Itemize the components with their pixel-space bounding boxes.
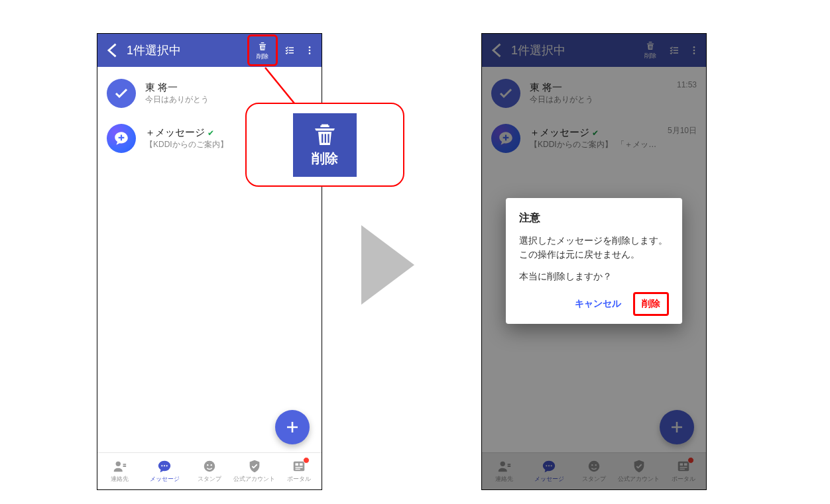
callout-bubble: 削除 bbox=[245, 103, 404, 187]
stamps-icon bbox=[202, 459, 217, 474]
svg-rect-16 bbox=[296, 467, 303, 468]
nav-messages[interactable]: メッセージ bbox=[143, 453, 188, 489]
dialog-actions: キャンセル 削除 bbox=[519, 292, 669, 316]
chat-plus-icon bbox=[113, 130, 130, 147]
plus-message-avatar bbox=[107, 124, 136, 153]
callout-label: 削除 bbox=[312, 150, 338, 168]
notification-dot bbox=[303, 457, 310, 464]
nav-label: メッセージ bbox=[150, 475, 180, 483]
svg-rect-1 bbox=[263, 46, 263, 50]
dialog-body: 選択したメッセージを削除します。この操作は元に戻せません。 本当に削除しますか？ bbox=[519, 234, 669, 284]
svg-rect-19 bbox=[320, 125, 329, 127]
more-button[interactable] bbox=[303, 37, 316, 64]
compose-fab[interactable] bbox=[275, 410, 310, 444]
trash-icon bbox=[310, 122, 339, 148]
more-vert-icon bbox=[304, 45, 316, 56]
dialog-title: 注意 bbox=[519, 211, 669, 225]
contacts-icon bbox=[113, 459, 127, 474]
nav-stamps[interactable]: スタンプ bbox=[187, 453, 232, 489]
svg-point-10 bbox=[204, 461, 215, 472]
svg-point-6 bbox=[115, 462, 120, 466]
confirm-delete-dialog: 注意 選択したメッセージを削除します。この操作は元に戻せません。 本当に削除しま… bbox=[506, 198, 682, 324]
svg-rect-20 bbox=[322, 134, 323, 142]
nav-label: 公式アカウント bbox=[233, 475, 275, 483]
nav-label: 連絡先 bbox=[111, 475, 129, 483]
svg-rect-17 bbox=[296, 469, 300, 470]
dialog-delete-highlight: 削除 bbox=[633, 292, 669, 316]
mark-read-button[interactable] bbox=[279, 37, 300, 64]
svg-point-8 bbox=[164, 465, 165, 466]
nav-label: スタンプ bbox=[198, 475, 221, 483]
dialog-line: 本当に削除しますか？ bbox=[519, 270, 669, 284]
phone-screen-after: 1件選択中 削除 東 将一 今日はありがとう 11:53 bbox=[481, 33, 707, 490]
verified-icon: ✔ bbox=[208, 128, 214, 138]
selected-check-avatar bbox=[107, 79, 136, 108]
svg-rect-15 bbox=[300, 463, 303, 466]
delete-button[interactable]: 削除 bbox=[252, 38, 273, 64]
nav-label: ポータル bbox=[287, 475, 311, 483]
svg-point-4 bbox=[309, 50, 311, 52]
svg-point-3 bbox=[309, 46, 311, 48]
nav-contacts[interactable]: 連絡先 bbox=[97, 453, 143, 489]
dialog-cancel-button[interactable]: キャンセル bbox=[569, 294, 626, 314]
callout-delete-tile: 削除 bbox=[293, 113, 357, 177]
trash-icon bbox=[257, 41, 268, 52]
svg-rect-22 bbox=[327, 134, 329, 142]
svg-point-12 bbox=[211, 464, 212, 466]
svg-point-11 bbox=[207, 464, 208, 466]
svg-point-7 bbox=[162, 465, 163, 466]
nav-official[interactable]: 公式アカウント bbox=[232, 453, 277, 489]
bottom-nav: 連絡先 メッセージ スタンプ 公式アカウント ポータル bbox=[97, 452, 322, 489]
svg-rect-21 bbox=[325, 134, 326, 142]
svg-point-5 bbox=[309, 52, 311, 54]
flow-arrow-icon bbox=[361, 225, 414, 305]
back-button[interactable] bbox=[104, 41, 123, 60]
svg-rect-0 bbox=[261, 46, 262, 50]
dialog-delete-button[interactable]: 削除 bbox=[638, 295, 664, 313]
plus-icon bbox=[284, 419, 300, 435]
nav-portal[interactable]: ポータル bbox=[276, 453, 322, 489]
shield-check-icon bbox=[247, 459, 262, 474]
header-title: 1件選択中 bbox=[123, 42, 247, 58]
messages-icon bbox=[157, 459, 172, 474]
delete-button-highlight: 削除 bbox=[247, 34, 278, 66]
svg-rect-2 bbox=[264, 46, 265, 50]
svg-point-9 bbox=[166, 465, 168, 466]
check-icon bbox=[113, 85, 129, 101]
list-check-icon bbox=[284, 45, 296, 56]
app-header: 1件選択中 削除 bbox=[97, 34, 322, 67]
svg-rect-14 bbox=[296, 463, 299, 466]
delete-button-label: 削除 bbox=[257, 52, 268, 61]
dialog-line: 選択したメッセージを削除します。この操作は元に戻せません。 bbox=[519, 234, 669, 262]
